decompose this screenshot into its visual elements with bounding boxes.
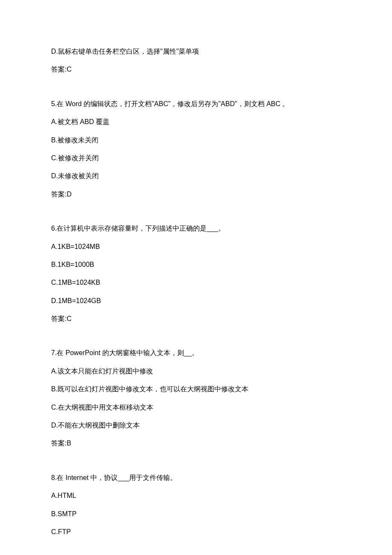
- text-line: 答案:C: [51, 314, 341, 324]
- text-line: D.鼠标右键单击任务栏空白区，选择"属性"菜单项: [51, 47, 341, 56]
- text-line: B.1KB=1000B: [51, 260, 341, 269]
- block-gap: [51, 208, 341, 224]
- text-line: 8.在 Internet 中，协议___用于文件传输。: [51, 473, 341, 483]
- text-line: C.FTP: [51, 527, 341, 537]
- text-line: B.SMTP: [51, 509, 341, 519]
- document-body: D.鼠标右键单击任务栏空白区，选择"属性"菜单项答案:C5.在 Word 的编辑…: [51, 47, 341, 537]
- text-line: 答案:B: [51, 439, 341, 448]
- text-line: A.1KB=1024MB: [51, 242, 341, 251]
- text-line: A.被文档 ABD 覆盖: [51, 117, 341, 127]
- text-line: D.不能在大纲视图中删除文本: [51, 421, 341, 430]
- text-line: C.被修改并关闭: [51, 153, 341, 163]
- text-line: A.该文本只能在幻灯片视图中修改: [51, 367, 341, 376]
- block-gap: [51, 457, 341, 473]
- text-line: D.1MB=1024GB: [51, 296, 341, 306]
- text-line: 7.在 PowerPoint 的大纲窗格中输入文本，则__。: [51, 348, 341, 358]
- text-line: 6.在计算机中表示存储容量时，下列描述中正确的是___。: [51, 224, 341, 233]
- block-gap: [51, 332, 341, 348]
- text-line: C.在大纲视图中用文本框移动文本: [51, 403, 341, 412]
- text-line: B.被修改未关闭: [51, 136, 341, 145]
- text-line: C.1MB=1024KB: [51, 278, 341, 287]
- text-line: 答案:D: [51, 190, 341, 199]
- text-line: 5.在 Word 的编辑状态，打开文档"ABC"，修改后另存为"ABD"，则文档…: [51, 99, 341, 109]
- text-line: D.未修改被关闭: [51, 171, 341, 181]
- text-line: A.HTML: [51, 491, 341, 500]
- block-gap: [51, 83, 341, 99]
- text-line: 答案:C: [51, 65, 341, 74]
- text-line: B.既可以在幻灯片视图中修改文本，也可以在大纲视图中修改文本: [51, 384, 341, 394]
